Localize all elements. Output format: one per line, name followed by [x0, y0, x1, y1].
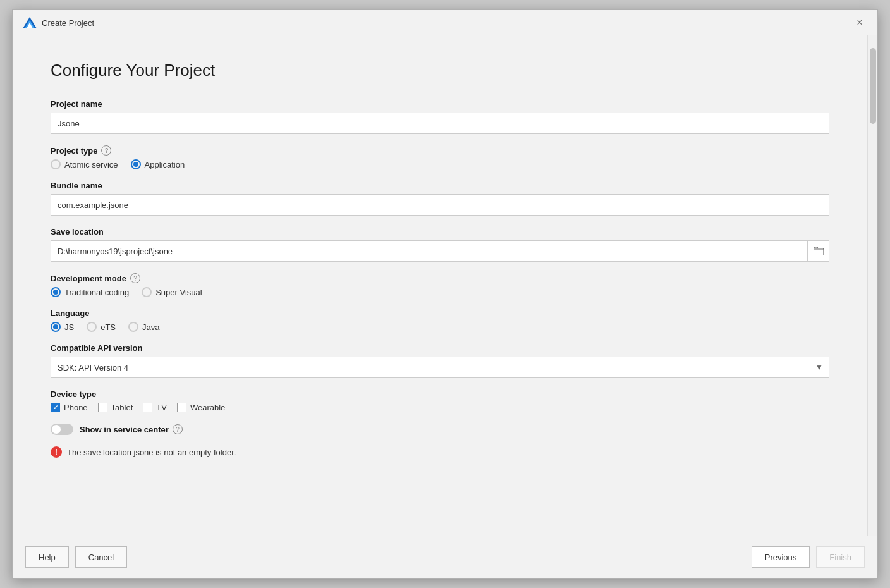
save-location-input-wrapper: [51, 240, 829, 262]
title-bar: Create Project ×: [13, 10, 877, 35]
project-type-help-icon[interactable]: ?: [101, 145, 111, 156]
project-name-label: Project name: [51, 99, 829, 109]
checkbox-label-phone: Phone: [64, 403, 88, 412]
content-area: Configure Your Project Project name Proj…: [13, 35, 877, 536]
app-logo: [23, 16, 37, 30]
radio-label-application: Application: [145, 160, 185, 169]
development-mode-group: Development mode ? Traditional coding Su…: [51, 273, 829, 297]
error-message: ! The save location jsone is not an empt…: [51, 446, 829, 458]
main-content: Configure Your Project Project name Proj…: [13, 35, 867, 536]
compatible-api-select-wrapper: SDK: API Version 4 SDK: API Version 5 SD…: [51, 357, 829, 378]
footer-right: Previous Finish: [752, 546, 865, 568]
previous-button[interactable]: Previous: [752, 546, 810, 568]
bundle-name-input[interactable]: [51, 194, 829, 216]
cancel-button[interactable]: Cancel: [75, 546, 127, 568]
checkbox-label-tv: TV: [156, 403, 167, 412]
footer-left: Help Cancel: [25, 546, 127, 568]
create-project-dialog: Create Project × Configure Your Project …: [12, 9, 878, 579]
checkbox-box-wearable: [177, 403, 186, 412]
radio-label-js: JS: [64, 322, 74, 332]
checkbox-label-wearable: Wearable: [190, 403, 225, 412]
bundle-name-group: Bundle name: [51, 181, 829, 216]
error-icon: !: [51, 446, 62, 458]
window-title: Create Project: [42, 18, 852, 28]
help-button[interactable]: Help: [25, 546, 69, 568]
show-service-center-group: Show in service center ?: [51, 424, 829, 435]
radio-circle-ets: [87, 322, 97, 332]
bundle-name-label: Bundle name: [51, 181, 829, 190]
project-type-options: Atomic service Application: [51, 159, 829, 169]
radio-label-traditional: Traditional coding: [64, 288, 129, 297]
radio-supervisual[interactable]: Super Visual: [142, 287, 202, 297]
radio-java[interactable]: Java: [128, 322, 159, 332]
radio-circle-atomic: [51, 159, 61, 169]
radio-circle-traditional: [51, 287, 61, 297]
radio-label-atomic: Atomic service: [64, 160, 118, 169]
radio-circle-supervisual: [142, 287, 152, 297]
footer: Help Cancel Previous Finish: [13, 536, 877, 578]
device-type-group: Device type Phone Tablet TV: [51, 389, 829, 412]
toggle-knob: [52, 425, 61, 434]
save-location-label: Save location: [51, 227, 829, 236]
show-service-center-help-icon[interactable]: ?: [173, 424, 183, 434]
development-mode-label: Development mode ?: [51, 273, 829, 283]
development-mode-options: Traditional coding Super Visual: [51, 287, 829, 297]
radio-circle-application: [131, 159, 141, 169]
save-location-group: Save location: [51, 227, 829, 262]
radio-application[interactable]: Application: [131, 159, 185, 169]
language-options: JS eTS Java: [51, 322, 829, 332]
compatible-api-group: Compatible API version SDK: API Version …: [51, 343, 829, 378]
checkbox-wearable[interactable]: Wearable: [177, 403, 225, 412]
radio-label-supervisual: Super Visual: [155, 288, 202, 297]
radio-label-java: Java: [142, 322, 159, 332]
close-button[interactable]: ×: [852, 15, 867, 30]
checkbox-tablet[interactable]: Tablet: [98, 403, 133, 412]
browse-folder-button[interactable]: [808, 240, 829, 262]
scrollbar[interactable]: [867, 35, 877, 536]
radio-circle-java: [128, 322, 138, 332]
language-group: Language JS eTS Java: [51, 309, 829, 332]
scrollbar-thumb[interactable]: [870, 48, 876, 124]
radio-traditional[interactable]: Traditional coding: [51, 287, 129, 297]
project-type-group: Project type ? Atomic service Applicatio…: [51, 145, 829, 169]
checkbox-box-tv: [143, 403, 152, 412]
compatible-api-label: Compatible API version: [51, 343, 829, 353]
radio-atomic-service[interactable]: Atomic service: [51, 159, 118, 169]
development-mode-help-icon[interactable]: ?: [130, 273, 140, 283]
checkbox-label-tablet: Tablet: [111, 403, 133, 412]
project-type-label: Project type ?: [51, 145, 829, 156]
language-label: Language: [51, 309, 829, 318]
device-type-options: Phone Tablet TV Wearable: [51, 403, 829, 412]
project-name-input[interactable]: [51, 113, 829, 134]
checkbox-box-phone: [51, 403, 60, 412]
show-service-center-toggle-area: Show in service center ?: [51, 424, 829, 435]
radio-circle-js: [51, 322, 61, 332]
page-title: Configure Your Project: [51, 61, 829, 80]
save-location-input[interactable]: [51, 240, 808, 262]
compatible-api-select[interactable]: SDK: API Version 4 SDK: API Version 5 SD…: [51, 357, 829, 378]
show-service-center-label: Show in service center ?: [80, 424, 183, 434]
project-name-group: Project name: [51, 99, 829, 134]
radio-js[interactable]: JS: [51, 322, 74, 332]
checkbox-phone[interactable]: Phone: [51, 403, 88, 412]
show-service-center-toggle[interactable]: [51, 424, 73, 435]
folder-icon: [814, 247, 824, 255]
error-text: The save location jsone is not an empty …: [67, 448, 236, 457]
radio-label-ets: eTS: [101, 322, 116, 332]
checkbox-box-tablet: [98, 403, 107, 412]
device-type-label: Device type: [51, 389, 829, 399]
radio-ets[interactable]: eTS: [87, 322, 116, 332]
finish-button[interactable]: Finish: [816, 546, 865, 568]
checkbox-tv[interactable]: TV: [143, 403, 167, 412]
